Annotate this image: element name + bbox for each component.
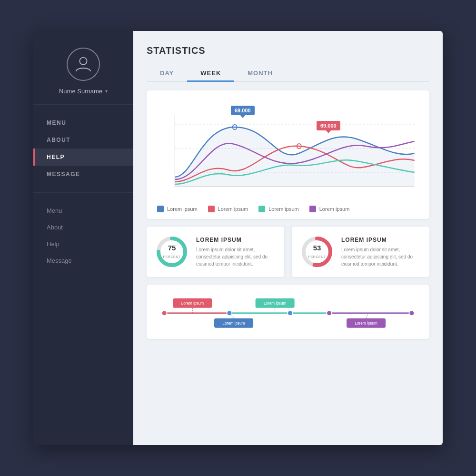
sec-nav-item-about[interactable]: About bbox=[33, 219, 133, 236]
legend-color-2 bbox=[208, 206, 215, 212]
secondary-nav: Menu About Help Message bbox=[33, 193, 133, 278]
metrics-row: 75 PERCENT LOREM IPSUM Lorem ipsum dolor… bbox=[147, 227, 429, 277]
sec-nav-item-message[interactable]: Message bbox=[33, 252, 133, 269]
user-name-text: Nume Surname bbox=[59, 88, 102, 95]
svg-line-32 bbox=[366, 313, 368, 318]
legend-label-4: Lorem ipsum bbox=[319, 206, 350, 212]
chart-legend: Lorem ipsum Lorem ipsum Lorem ipsum Lore… bbox=[157, 203, 419, 212]
svg-point-20 bbox=[409, 310, 414, 316]
donut-percent-2: 53 bbox=[308, 244, 326, 251]
avatar bbox=[67, 48, 100, 81]
legend-color-3 bbox=[258, 206, 265, 212]
nav-item-message[interactable]: MESSAGE bbox=[33, 166, 133, 183]
metric-title-2: LOREM IPSUM bbox=[341, 237, 421, 243]
tab-week[interactable]: WEEK bbox=[187, 66, 234, 82]
dropdown-arrow-icon: ▾ bbox=[105, 89, 108, 94]
app-container: Nume Surname ▾ MENU ABOUT HELP MESSAGE M… bbox=[33, 31, 443, 445]
svg-text:Lorem ipsum: Lorem ipsum bbox=[264, 301, 287, 306]
metric-text-2: LOREM IPSUM Lorem ipsum dolor sit amet, … bbox=[341, 237, 421, 268]
donut-center-2: 53 PERCENT bbox=[308, 244, 326, 260]
legend-item-4: Lorem ipsum bbox=[309, 206, 350, 212]
legend-item-2: Lorem ipsum bbox=[208, 206, 248, 212]
metric-desc-1: Lorem ipsum dolor sit amet, consectetur … bbox=[196, 246, 276, 268]
sec-nav-item-help[interactable]: Help bbox=[33, 236, 133, 252]
donut-center-1: 75 PERCENT bbox=[163, 244, 181, 260]
avatar-section: Nume Surname ▾ bbox=[33, 31, 133, 105]
svg-text:Lorem ipsum: Lorem ipsum bbox=[181, 301, 204, 306]
svg-point-19 bbox=[327, 310, 332, 316]
legend-label-1: Lorem ipsum bbox=[167, 206, 198, 212]
donut-percent-1: 75 bbox=[163, 244, 181, 251]
metric-card-2: 53 PERCENT LOREM IPSUM Lorem ipsum dolor… bbox=[292, 227, 429, 277]
svg-text:Lorem ipsum: Lorem ipsum bbox=[222, 321, 245, 326]
nav-item-about[interactable]: ABOUT bbox=[33, 131, 133, 149]
sec-nav-item-menu[interactable]: Menu bbox=[33, 202, 133, 219]
svg-point-0 bbox=[79, 58, 87, 65]
user-name-row[interactable]: Nume Surname ▾ bbox=[59, 88, 108, 95]
timeline-area: Lorem ipsum Lorem ipsum Lorem ipsum Lore… bbox=[160, 295, 416, 328]
main-content: STATISTICS DAY WEEK MONTH 69.000 69.000 bbox=[133, 31, 443, 445]
donut-1: 75 PERCENT bbox=[155, 235, 188, 268]
chart-tooltip-2: 69.000 bbox=[317, 121, 340, 130]
chart-area: 69.000 69.000 bbox=[157, 101, 419, 196]
metric-card-1: 75 PERCENT LOREM IPSUM Lorem ipsum dolor… bbox=[147, 227, 284, 277]
legend-color-1 bbox=[157, 206, 164, 212]
tab-month[interactable]: MONTH bbox=[234, 66, 286, 82]
tabs-bar: DAY WEEK MONTH bbox=[147, 66, 429, 82]
nav-item-help[interactable]: HELP bbox=[33, 149, 133, 166]
page-title: STATISTICS bbox=[147, 45, 429, 56]
svg-point-18 bbox=[288, 310, 293, 316]
legend-item-3: Lorem ipsum bbox=[258, 206, 299, 212]
chart-tooltip-1: 69.000 bbox=[231, 106, 255, 115]
primary-nav: MENU ABOUT HELP MESSAGE bbox=[33, 105, 133, 193]
chart-card: 69.000 69.000 bbox=[147, 90, 429, 219]
metric-text-1: LOREM IPSUM Lorem ipsum dolor sit amet, … bbox=[196, 237, 276, 268]
sidebar: Nume Surname ▾ MENU ABOUT HELP MESSAGE M… bbox=[33, 31, 133, 445]
svg-point-16 bbox=[162, 310, 167, 316]
chart-svg bbox=[157, 101, 419, 196]
donut-label-2: PERCENT bbox=[308, 255, 326, 258]
svg-text:Lorem ipsum: Lorem ipsum bbox=[355, 321, 377, 326]
nav-item-menu[interactable]: MENU bbox=[33, 114, 133, 131]
donut-label-1: PERCENT bbox=[163, 255, 181, 258]
metric-desc-2: Lorem ipsum dolor sit amet, consectetur … bbox=[341, 246, 421, 268]
user-icon bbox=[74, 54, 92, 74]
tab-day[interactable]: DAY bbox=[147, 66, 187, 82]
legend-label-3: Lorem ipsum bbox=[268, 206, 299, 212]
donut-2: 53 PERCENT bbox=[300, 235, 334, 268]
timeline-card: Lorem ipsum Lorem ipsum Lorem ipsum Lore… bbox=[147, 285, 429, 339]
legend-item-1: Lorem ipsum bbox=[157, 206, 198, 212]
metric-title-1: LOREM IPSUM bbox=[196, 237, 276, 243]
legend-label-2: Lorem ipsum bbox=[218, 206, 248, 212]
legend-color-4 bbox=[309, 206, 316, 212]
timeline-svg: Lorem ipsum Lorem ipsum Lorem ipsum Lore… bbox=[160, 295, 416, 328]
